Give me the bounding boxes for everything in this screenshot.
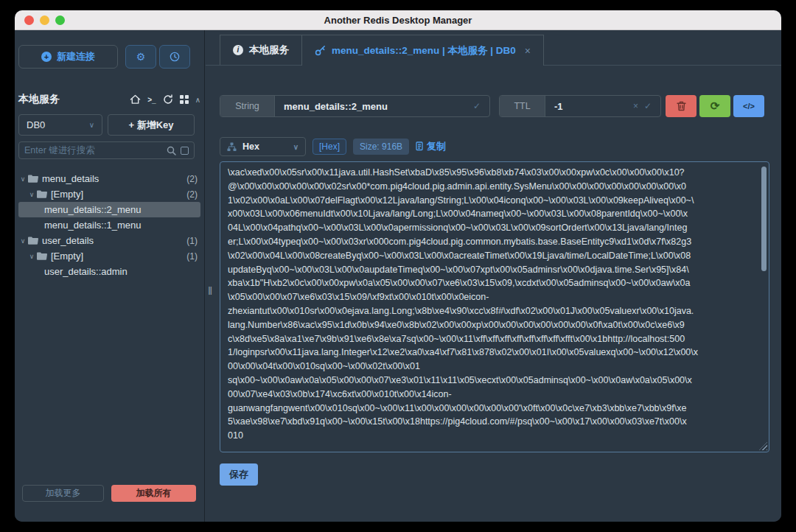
save-button[interactable]: 保存 [220,463,258,486]
tree-key-user-details-admin[interactable]: user_details::admin [18,264,200,279]
view-mode-select[interactable]: Hex ∨ [220,137,306,156]
db-select[interactable]: DB0 ∨ [18,114,102,136]
pane-resize-handle[interactable]: ‖ [208,284,212,297]
chevron-down-icon: ∨ [89,121,94,129]
sidebar: + 新建连接 ⚙ 本地服务 >_ ∧ [15,30,205,522]
chevron-down-icon[interactable]: ∨ [18,237,27,245]
copy-button[interactable]: 复制 [416,140,446,153]
app-window: Another Redis Desktop Manager + 新建连接 ⚙ 本… [15,10,781,522]
chevron-up-icon[interactable]: ∧ [195,96,200,104]
refresh-key-button[interactable]: ⟳ [699,95,730,117]
key-count: (1) [186,236,200,246]
console-command-button[interactable]: </> [733,95,764,117]
traffic-lights [24,15,65,25]
confirm-ttl-icon[interactable]: ✓ [644,101,652,111]
server-name: 本地服务 [18,93,60,106]
value-content: \xac\xed\x00\x05sr\x00\x11java.util.Hash… [228,166,755,452]
tree-folder-empty[interactable]: ∨ [Empty] (2) [18,186,200,202]
ttl-group: TTL -1 × ✓ [499,95,661,117]
code-icon: </> [743,102,755,111]
format-badge: [Hex] [313,139,346,155]
add-key-button[interactable]: + 新增Key [108,114,195,136]
folder-icon [28,175,38,183]
add-key-label: + 新增Key [128,119,173,130]
titlebar: Another Redis Desktop Manager [15,10,781,30]
folder-icon [37,190,47,198]
new-connection-label: 新建连接 [57,50,95,63]
clear-ttl-icon[interactable]: × [633,101,638,111]
key-search-input[interactable]: Enter 键进行搜索 [18,141,195,159]
value-textarea[interactable]: \xac\xed\x00\x05sr\x00\x11java.util.Hash… [220,161,769,452]
search-icon [167,146,176,155]
tree-key-menu-details-2[interactable]: menu_details::2_menu [18,202,200,217]
folder-icon [37,252,47,260]
refresh-icon[interactable] [163,94,173,105]
grid-view-icon[interactable] [180,95,189,104]
folder-icon [28,237,38,245]
tab-bar: i 本地服务 menu_details::2_menu | 本地服务 | DB0… [206,35,781,66]
tree-folder-menu-details[interactable]: ∨ menu_details (2) [18,171,200,186]
key-count: (1) [186,251,200,262]
console-icon[interactable]: >_ [147,96,156,104]
trash-icon [677,101,686,111]
close-window-button[interactable] [24,15,34,25]
key-type-label: String [220,96,275,116]
delete-key-button[interactable] [666,95,696,117]
db-selected-value: DB0 [27,119,45,130]
size-badge: Size: 916B [353,139,409,155]
history-button[interactable] [159,45,190,69]
server-header: 本地服务 >_ ∧ [18,91,200,108]
key-name-group: String menu_details::2_menu ✓ [220,95,490,117]
ttl-label: TTL [500,96,545,116]
key-name-input[interactable]: menu_details::2_menu ✓ [275,96,489,116]
refresh-icon: ⟳ [711,99,720,113]
tree-folder-user-details[interactable]: ∨ user_details (1) [18,233,200,248]
main-pane: ‖ i 本地服务 menu_details::2_menu | 本地服务 | D… [206,30,781,522]
chevron-down-icon[interactable]: ∨ [27,191,36,198]
clock-icon [170,52,180,62]
chevron-down-icon[interactable]: ∨ [27,253,36,260]
key-count: (2) [186,189,200,200]
tab-server-status[interactable]: i 本地服务 [220,35,301,65]
minimize-window-button[interactable] [40,15,49,25]
new-connection-button[interactable]: + 新建连接 [18,45,118,69]
search-placeholder: Enter 键进行搜索 [24,144,162,157]
tab-key-detail[interactable]: menu_details::2_menu | 本地服务 | DB0 × [301,35,544,66]
key-tree: ∨ menu_details (2) ∨ [Empty] (2) menu_de… [18,171,200,279]
gear-icon: ⚙ [136,51,146,63]
tree-folder-empty[interactable]: ∨ [Empty] (1) [18,248,200,264]
settings-button[interactable]: ⚙ [125,45,156,69]
home-icon[interactable] [130,94,141,105]
load-all-button[interactable]: 加载所有 [111,485,196,502]
view-mode-row: Hex ∨ [Hex] Size: 916B 复制 [220,137,446,156]
key-icon [315,45,326,56]
scrollbar-thumb[interactable] [761,167,767,271]
close-icon[interactable]: × [525,45,531,57]
ttl-input[interactable]: -1 × ✓ [545,96,660,116]
chevron-down-icon: ∨ [293,143,298,151]
zoom-window-button[interactable] [55,15,65,25]
hierarchy-icon [227,142,237,152]
key-count: (2) [186,174,200,184]
view-mode-value: Hex [242,141,259,152]
plus-circle-icon: + [41,52,52,62]
textarea-resize-grip[interactable] [759,442,767,450]
info-icon: i [233,45,243,55]
confirm-rename-icon[interactable]: ✓ [473,101,481,111]
copy-icon [416,141,425,152]
exact-match-checkbox[interactable] [181,147,189,155]
load-more-button[interactable]: 加载更多 [22,485,104,502]
window-title: Another Redis Desktop Manager [324,15,472,26]
chevron-down-icon[interactable]: ∨ [18,175,27,183]
tree-key-menu-details-1[interactable]: menu_details::1_menu [18,217,200,233]
